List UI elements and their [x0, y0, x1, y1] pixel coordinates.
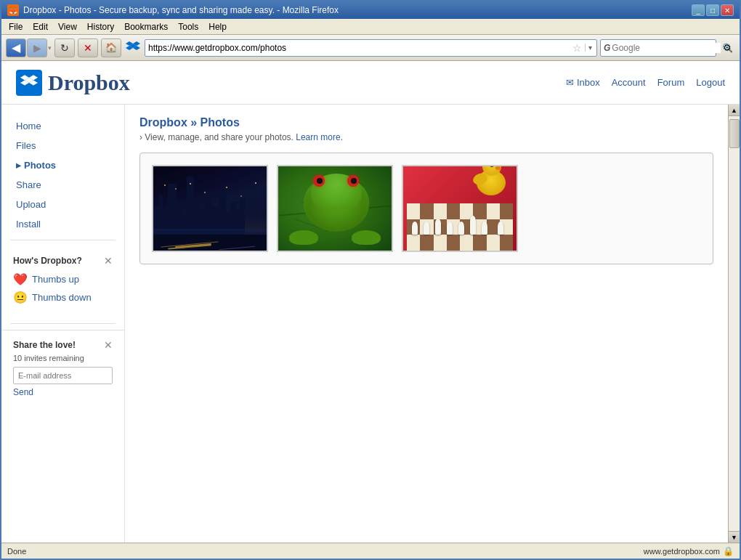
sidebar-item-upload[interactable]: Upload [1, 195, 124, 214]
refresh-button[interactable]: ↻ [54, 38, 75, 57]
send-button[interactable]: Send [13, 387, 113, 397]
title-bar: 🦊 Dropbox - Photos - Secure backup, sync… [1, 1, 740, 19]
share-close[interactable]: ✕ [104, 339, 113, 351]
settings-icon[interactable]: ⚙ [719, 40, 735, 56]
email-field[interactable] [13, 367, 113, 384]
scroll-thumb[interactable] [729, 119, 740, 148]
forward-button[interactable]: ▶ [27, 38, 47, 57]
menu-file[interactable]: File [4, 20, 27, 33]
hows-dropbox-section: How's Dropbox? ✕ ❤️ Thumbs up 😐 Thumbs d… [1, 246, 124, 317]
sidebar: Home Files Photos Share Upload Install [1, 105, 125, 543]
menu-view[interactable]: View [54, 20, 81, 33]
sidebar-divider-2 [10, 323, 116, 324]
hows-dropbox-title: How's Dropbox? [13, 256, 82, 266]
ssl-icon: 🔒 [723, 546, 734, 556]
sidebar-home-label: Home [16, 121, 41, 131]
google-icon: G [604, 43, 610, 53]
breadcrumb: Dropbox » Photos [139, 116, 713, 129]
inbox-link[interactable]: ✉ Inbox [566, 77, 600, 88]
sidebar-upload-label: Upload [16, 199, 46, 210]
header-nav: ✉ Inbox Account Forum Logout [566, 77, 725, 88]
logout-link[interactable]: Logout [696, 77, 725, 88]
search-bar[interactable]: G 🔍 [600, 39, 716, 57]
search-input[interactable] [612, 43, 721, 53]
address-dropdown-icon[interactable]: ▾ [585, 44, 594, 52]
menu-bookmarks[interactable]: Bookmarks [120, 20, 172, 33]
breadcrumb-home[interactable]: Dropbox [139, 116, 187, 129]
nav-dropdown[interactable]: ▾ [48, 44, 52, 52]
thumbs-down-icon: 😐 [13, 291, 28, 304]
sidebar-item-photos[interactable]: Photos [1, 155, 124, 175]
stop-button[interactable]: ✕ [78, 38, 98, 57]
menu-edit[interactable]: Edit [28, 20, 52, 33]
browser-icon: 🦊 [7, 4, 19, 16]
sidebar-share-label: Share [16, 179, 41, 190]
menu-tools[interactable]: Tools [174, 20, 203, 33]
sidebar-files-label: Files [16, 140, 36, 151]
account-link[interactable]: Account [612, 77, 646, 88]
window-title: Dropbox - Photos - Secure backup, sync a… [23, 5, 339, 15]
description-text: › View, manage, and share your photos. [139, 132, 293, 142]
scroll-down-button[interactable]: ▼ [729, 531, 740, 543]
photo-thumb-1[interactable] [152, 165, 268, 252]
sidebar-photos-label: Photos [24, 160, 56, 171]
bookmark-star-icon[interactable]: ☆ [572, 42, 582, 54]
sidebar-divider-1 [10, 240, 116, 240]
url-input[interactable] [148, 43, 570, 53]
maximize-button[interactable]: □ [706, 4, 719, 16]
menu-history[interactable]: History [83, 20, 118, 33]
share-title: Share the love! [13, 340, 76, 350]
minimize-button[interactable]: _ [692, 4, 705, 16]
menu-help[interactable]: Help [204, 20, 231, 33]
forum-link[interactable]: Forum [657, 77, 685, 88]
dropbox-logo-icon [20, 75, 38, 91]
thumbs-up-label: Thumbs up [32, 274, 79, 285]
address-bar[interactable]: ☆ ▾ [145, 39, 597, 57]
sidebar-item-share[interactable]: Share [1, 175, 124, 195]
hows-dropbox-header: How's Dropbox? ✕ [13, 255, 113, 267]
photos-container [139, 153, 713, 264]
nav-bar: ◀ ▶ ▾ ↻ ✕ 🏠 ☆ ▾ G 🔍 ⚙ [1, 35, 740, 61]
menu-bar: File Edit View History Bookmarks Tools H… [1, 19, 740, 35]
dropbox-nav-icon [124, 38, 142, 57]
learn-more-link[interactable]: Learn more. [296, 132, 343, 142]
logo-text: Dropbox [48, 70, 130, 95]
status-text: Done [7, 547, 26, 556]
page-description: › View, manage, and share your photos. L… [139, 132, 713, 142]
breadcrumb-sep: » [187, 116, 201, 129]
photo-thumb-2[interactable] [277, 165, 393, 252]
thumbs-up-icon: ❤️ [13, 272, 28, 286]
sidebar-item-install[interactable]: Install [1, 214, 124, 234]
back-button[interactable]: ◀ [6, 38, 26, 57]
thumbs-up-item[interactable]: ❤️ Thumbs up [13, 272, 113, 286]
share-invites: 10 invites remaining [13, 354, 113, 362]
breadcrumb-current: Photos [201, 116, 240, 129]
dropbox-nav-svg [126, 41, 140, 54]
status-right: www.getdropbox.com 🔒 [644, 546, 734, 556]
status-bar: Done www.getdropbox.com 🔒 [1, 543, 740, 559]
scroll-up-button[interactable]: ▲ [729, 105, 740, 116]
sidebar-install-label: Install [16, 219, 41, 230]
share-section: Share the love! ✕ 10 invites remaining S… [1, 330, 124, 406]
status-url: www.getdropbox.com [644, 547, 720, 556]
share-section-header: Share the love! ✕ [13, 339, 113, 351]
sidebar-item-files[interactable]: Files [1, 136, 124, 155]
dropbox-logo-box [16, 70, 42, 96]
home-button[interactable]: 🏠 [101, 38, 121, 57]
page-header: Dropbox ✉ Inbox Account Forum Logout [1, 61, 740, 105]
photo-thumb-3[interactable] [402, 165, 518, 252]
hows-dropbox-close[interactable]: ✕ [104, 255, 113, 267]
scrollbar[interactable]: ▲ ▼ [728, 105, 740, 543]
thumbs-down-item[interactable]: 😐 Thumbs down [13, 291, 113, 304]
inbox-label: Inbox [577, 77, 600, 88]
main-content: Dropbox » Photos › View, manage, and sha… [125, 105, 728, 543]
close-button[interactable]: ✕ [721, 4, 734, 16]
sidebar-item-home[interactable]: Home [1, 116, 124, 136]
thumbs-down-label: Thumbs down [32, 292, 92, 303]
logo-area: Dropbox [16, 70, 130, 96]
inbox-icon: ✉ [566, 77, 574, 88]
